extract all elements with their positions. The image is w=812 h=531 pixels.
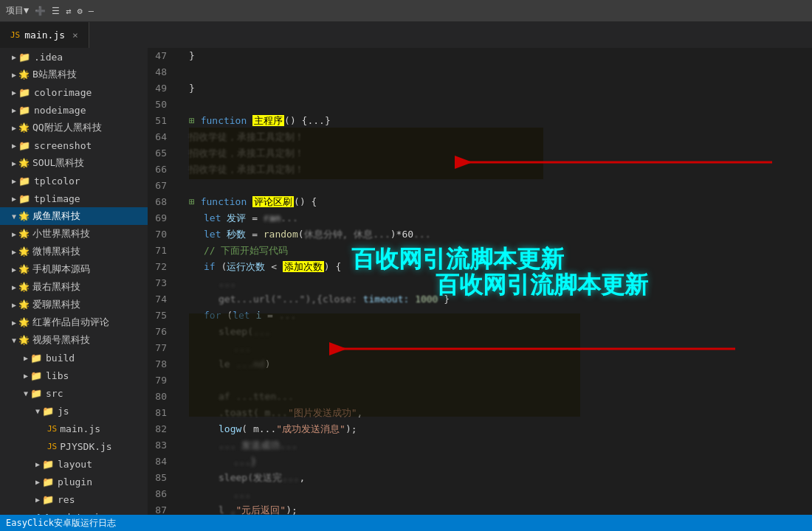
arrow-icon: ▶ — [12, 177, 16, 185]
sidebar-item-video-tech[interactable]: ▼ 🌟 视频号黑科技 — [0, 331, 148, 349]
star-icon: 🌟 — [18, 158, 30, 168]
code-line-47: } — [189, 48, 812, 64]
arrow-icon: ▶ — [35, 478, 40, 486]
code-line-65: 招收学徒，承接工具定制！ — [189, 145, 812, 162]
sidebar-item-weibo-tech[interactable]: ▶ 🌟 微博黑科技 — [0, 243, 148, 260]
sidebar-item-plugin[interactable]: ▶ 📁 plugin — [0, 473, 148, 490]
toolbar-swap[interactable]: ⇄ — [66, 6, 71, 16]
star-icon: 🌟 — [18, 335, 30, 345]
folder-icon: 📁 — [30, 388, 42, 399]
sidebar-item-label: 手机脚本源码 — [32, 263, 90, 276]
code-area[interactable]: } } ⊞ function 主程序() {...} 招收学徒，承接工具定制！ … — [182, 48, 812, 515]
sidebar-item-douyin-auto[interactable]: ▶ 🌟 红薯作品自动评论 — [0, 313, 148, 331]
sidebar-item-pjysdk-js[interactable]: JS PJYSDK.js — [0, 437, 148, 455]
line-num-75: 75 — [148, 308, 174, 324]
code-line-67 — [189, 178, 812, 194]
sidebar-item-label: 最右黑科技 — [32, 280, 80, 294]
code-line-51: ⊞ function 主程序() {...} — [189, 113, 812, 129]
arrow-icon: ▶ — [12, 142, 16, 150]
toolbar-minimize[interactable]: — — [89, 6, 94, 16]
sidebar-item-res[interactable]: ▶ 📁 res — [0, 490, 148, 508]
sidebar-item-layout[interactable]: ▶ 📁 layout — [0, 455, 148, 473]
sidebar-item-qq-tech[interactable]: ▶ 🌟 QQ附近人黑科技 — [0, 119, 148, 136]
sidebar-item-label: 小世界黑科技 — [32, 227, 90, 240]
sidebar-item-nodeimage[interactable]: ▶ 📁 nodeimage — [0, 101, 148, 119]
tab-close-icon[interactable]: × — [72, 30, 78, 41]
sidebar-item-label: SOUL黑科技 — [32, 156, 84, 170]
sidebar-item-aipeng-tech[interactable]: ▶ 🌟 爱聊黑科技 — [0, 296, 148, 313]
folder-icon: 📁 — [18, 87, 30, 98]
code-line-78: le ...nd) — [189, 356, 812, 372]
code-line-84: ...} — [189, 454, 812, 470]
toolbar-project[interactable]: 项目▼ — [6, 4, 29, 17]
sidebar-item-label: PJYSDK.js — [60, 441, 111, 452]
arrow-icon: ▶ — [12, 159, 16, 167]
line-num-76: 76 — [148, 324, 174, 340]
line-num-78: 78 — [148, 356, 174, 372]
sidebar-item-label: js — [58, 406, 69, 417]
star-icon: 🌟 — [18, 299, 30, 310]
folder-icon: 📁 — [42, 406, 54, 417]
arrow-icon: ▶ — [12, 283, 16, 291]
line-num-81: 81 — [148, 405, 174, 421]
sidebar-item-soul-tech[interactable]: ▶ 🌟 SOUL黑科技 — [0, 154, 148, 172]
tab-js-icon: JS — [10, 30, 20, 40]
sidebar-item-world-tech[interactable]: ▶ 🌟 小世界黑科技 — [0, 225, 148, 243]
line-num-79: 79 — [148, 372, 174, 389]
sidebar: ▶ 📁 .idea ▶ 🌟 B站黑科技 ▶ 📁 colorimage ▶ 📁 n… — [0, 48, 148, 515]
sidebar-item-update-json[interactable]: { } update.json — [0, 508, 148, 515]
sidebar-item-zuihao-tech[interactable]: ▶ 🌟 最右黑科技 — [0, 278, 148, 296]
sidebar-item-xianyu-tech[interactable]: ▼ 🌟 咸鱼黑科技 — [0, 207, 148, 225]
line-num-49: 49 — [148, 80, 174, 97]
code-line-49: } — [189, 80, 812, 97]
star-icon: 🌟 — [18, 229, 30, 239]
sidebar-item-mobile-src[interactable]: ▶ 🌟 手机脚本源码 — [0, 260, 148, 278]
folder-icon: 📁 — [42, 476, 54, 487]
code-line-79 — [189, 372, 812, 389]
sidebar-item-label: tplcolor — [34, 176, 80, 187]
line-num-84: 84 — [148, 454, 174, 470]
sidebar-item-label: src — [46, 388, 63, 399]
sidebar-item-label: colorimage — [34, 87, 92, 98]
toolbar-add[interactable]: ➕ — [35, 6, 46, 16]
sidebar-item-src[interactable]: ▼ 📁 src — [0, 384, 148, 402]
folder-icon: 📁 — [42, 459, 54, 470]
sidebar-item-screenshot[interactable]: ▶ 📁 screenshot — [0, 136, 148, 154]
sidebar-item-label: .idea — [34, 52, 63, 63]
toolbar-settings[interactable]: ⚙ — [77, 6, 82, 16]
sidebar-item-js[interactable]: ▼ 📁 js — [0, 402, 148, 420]
sidebar-item-idea[interactable]: ▶ 📁 .idea — [0, 48, 148, 66]
code-line-81: .toast( m..."图片发送成功", — [189, 405, 812, 421]
sidebar-item-label: main.js — [60, 423, 100, 434]
sidebar-item-label: build — [46, 353, 75, 364]
line-num-82: 82 — [148, 421, 174, 437]
code-line-48 — [189, 64, 812, 80]
js-file-icon: JS — [47, 424, 57, 434]
toolbar-menu[interactable]: ☰ — [52, 6, 60, 16]
line-num-50: 50 — [148, 97, 174, 113]
sidebar-item-build[interactable]: ▶ 📁 build — [0, 349, 148, 367]
sidebar-item-label: 视频号黑科技 — [32, 333, 90, 347]
sidebar-item-label: res — [58, 494, 75, 505]
arrow-icon: ▶ — [12, 124, 16, 132]
sidebar-item-main-js[interactable]: JS main.js — [0, 420, 148, 437]
sidebar-item-colorimage[interactable]: ▶ 📁 colorimage — [0, 83, 148, 101]
code-line-73: ... — [189, 275, 812, 291]
tab-main-js[interactable]: JS main.js × — [0, 22, 89, 48]
sidebar-item-label: 咸鱼黑科技 — [32, 209, 80, 223]
arrow-icon: ▶ — [12, 266, 16, 274]
status-bar: EasyClick安卓版运行日志 — [0, 515, 812, 531]
line-num-68: 68 — [148, 194, 174, 210]
line-num-85: 85 — [148, 470, 174, 486]
line-num-69: 69 — [148, 210, 174, 226]
folder-icon: 📁 — [18, 52, 30, 63]
sidebar-item-b-tech[interactable]: ▶ 🌟 B站黑科技 — [0, 66, 148, 83]
sidebar-item-tplcolor[interactable]: ▶ 📁 tplcolor — [0, 172, 148, 190]
folder-icon: 📁 — [18, 193, 30, 204]
line-num-65: 65 — [148, 145, 174, 162]
star-icon: 🌟 — [18, 317, 30, 327]
toolbar-project-label: 项目▼ — [6, 4, 29, 17]
sidebar-item-tplimage[interactable]: ▶ 📁 tplimage — [0, 190, 148, 207]
sidebar-item-libs[interactable]: ▶ 📁 libs — [0, 367, 148, 384]
arrow-icon: ▶ — [12, 53, 16, 61]
